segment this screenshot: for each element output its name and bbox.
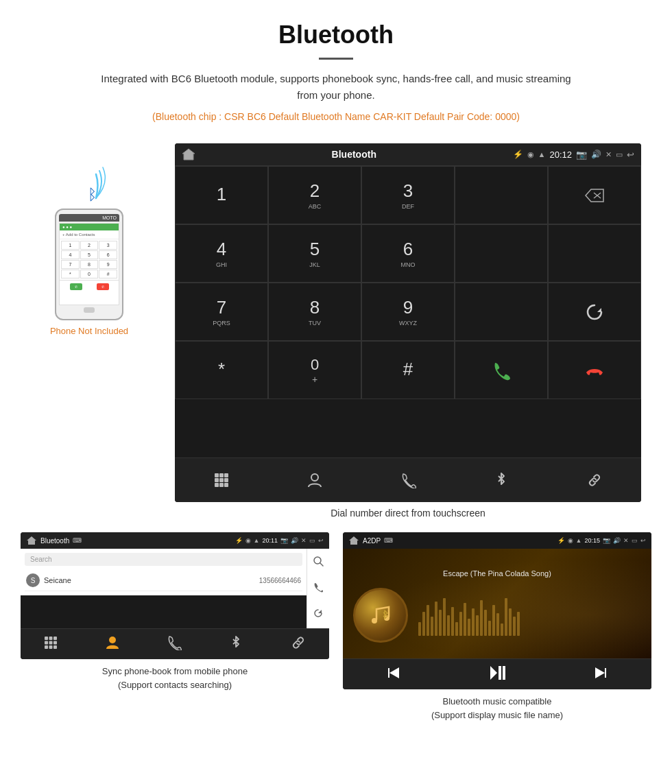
svg-marker-32 — [388, 668, 389, 678]
svg-rect-21 — [53, 637, 57, 640]
nav-link-icon[interactable] — [586, 472, 603, 488]
pb-nav-phone[interactable] — [167, 635, 182, 653]
pb-refresh-icon[interactable] — [313, 608, 324, 621]
dial-key-9[interactable]: 9 WXYZ — [361, 283, 455, 341]
song-title: Escape (The Pina Colada Song) — [443, 569, 551, 578]
time-display: 20:12 — [549, 150, 572, 160]
svg-rect-11 — [215, 483, 219, 487]
nav-phone-icon[interactable] — [400, 472, 416, 488]
pb-nav-contacts[interactable] — [105, 635, 120, 653]
header-description: Integrated with BC6 Bluetooth module, su… — [96, 71, 576, 104]
contact-name: Seicane — [44, 576, 259, 584]
dial-key-hash[interactable]: # — [361, 341, 455, 399]
svg-point-28 — [109, 637, 116, 643]
bt-icon: ⚡ — [513, 150, 523, 159]
music-bt-icon: ⚡ — [557, 537, 565, 544]
music-status-bar: A2DP ⌨ ⚡ ◉ ▲ 20:15 📷 🔊 ✕ ▭ ↩ — [343, 532, 651, 549]
phonebook-item: Bluetooth ⌨ ⚡ ◉ ▲ 20:11 📷 🔊 ✕ ▭ ↩ — [21, 532, 329, 722]
svg-rect-25 — [45, 645, 48, 649]
dial-key-1[interactable]: 1 — [175, 166, 268, 224]
dialpad-screen: Bluetooth ⚡ ◉ ▲ 20:12 📷 🔊 ✕ ▭ ↩ — [175, 143, 641, 502]
empty-cell-5 — [548, 224, 641, 283]
svg-rect-13 — [224, 483, 228, 487]
middle-section: ᛒ MOTO ● ● ● + Add to Contacts 1 2 3 4 5… — [0, 136, 672, 525]
pb-nav-link[interactable] — [291, 635, 306, 653]
bottom-nav — [175, 458, 641, 502]
svg-marker-29 — [349, 536, 359, 545]
svg-marker-38 — [595, 667, 605, 678]
backspace-button[interactable] — [548, 166, 641, 224]
dial-key-4[interactable]: 4 GHI — [175, 224, 268, 283]
search-bar[interactable]: Search — [25, 553, 302, 566]
minimize-icon: ▭ — [616, 150, 623, 159]
svg-rect-7 — [224, 473, 228, 477]
phone-not-included-label: Phone Not Included — [50, 326, 128, 336]
header-orange-info: (Bluetooth chip : CSR BC6 Default Blueto… — [96, 109, 576, 124]
call-green-button[interactable] — [455, 341, 548, 399]
svg-marker-37 — [605, 668, 606, 678]
svg-line-17 — [320, 563, 323, 566]
page-header: Bluetooth Integrated with BC6 Bluetooth … — [0, 0, 672, 136]
svg-rect-22 — [45, 641, 48, 645]
contact-row: S Seicane 13566664466 — [25, 570, 302, 591]
svg-rect-36 — [503, 666, 505, 680]
dial-key-star[interactable]: * — [175, 341, 268, 399]
nav-contacts-icon[interactable] — [307, 472, 323, 488]
svg-marker-33 — [389, 667, 399, 678]
phone-call-green: ✆ — [70, 283, 82, 290]
pb-nav-bt[interactable] — [228, 635, 243, 653]
music-home-icon — [348, 535, 359, 546]
dial-key-6[interactable]: 6 MNO — [361, 224, 455, 283]
pb-search-icon[interactable] — [313, 556, 324, 569]
bt-signal-svg: ᛒ — [62, 164, 117, 205]
next-button[interactable] — [592, 665, 609, 685]
dialpad-grid: 1 2 ABC 3 DEF 4 G — [175, 165, 641, 458]
svg-rect-27 — [53, 645, 57, 649]
phonebook-bottom-nav — [21, 628, 329, 659]
eq-visualization — [418, 595, 641, 636]
svg-marker-34 — [490, 666, 497, 680]
contact-number: 13566664466 — [259, 577, 301, 584]
svg-marker-4 — [597, 308, 601, 312]
music-content: Escape (The Pina Colada Song) — [343, 549, 651, 658]
phone-screen: ● ● ● + Add to Contacts 1 2 3 4 5 6 7 8 … — [59, 223, 119, 305]
prev-button[interactable] — [385, 665, 402, 685]
volume-icon: 🔊 — [591, 150, 601, 159]
music-item: A2DP ⌨ ⚡ ◉ ▲ 20:15 📷 🔊 ✕ ▭ ↩ — [343, 532, 651, 722]
gps-icon: ◉ — [527, 150, 534, 159]
svg-rect-26 — [49, 645, 53, 649]
screen-title: Bluetooth — [332, 149, 376, 160]
header-divider — [319, 58, 353, 60]
pb-nav-dialpad[interactable] — [44, 636, 58, 652]
dial-key-3[interactable]: 3 DEF — [361, 166, 455, 224]
phonebook-caption: Sync phone-book from mobile phone (Suppo… — [102, 665, 248, 691]
svg-rect-10 — [224, 478, 228, 482]
album-art — [353, 588, 408, 643]
call-red-button[interactable] — [548, 341, 641, 399]
svg-marker-1 — [182, 149, 195, 160]
svg-text:ᛒ: ᛒ — [88, 186, 97, 203]
svg-rect-24 — [53, 641, 57, 645]
redial-button[interactable] — [548, 283, 641, 341]
dial-key-8[interactable]: 8 TUV — [268, 283, 361, 341]
nav-dialpad-icon[interactable] — [213, 472, 230, 488]
svg-rect-6 — [219, 473, 224, 477]
dial-key-5[interactable]: 5 JKL — [268, 224, 361, 283]
dial-key-2[interactable]: 2 ABC — [268, 166, 361, 224]
phonebook-wrapper: Search S Seicane 13566664466 — [21, 549, 329, 628]
svg-rect-19 — [45, 637, 48, 640]
nav-bluetooth-icon[interactable] — [493, 472, 509, 488]
music-bottom-nav — [343, 658, 651, 689]
svg-rect-8 — [215, 478, 219, 482]
play-pause-button[interactable] — [488, 663, 507, 686]
display-area — [455, 166, 548, 224]
dial-key-7[interactable]: 7 PQRS — [175, 283, 268, 341]
camera-icon: 📷 — [576, 150, 587, 160]
dial-key-0[interactable]: 0+ — [268, 341, 361, 399]
pb-call-icon[interactable] — [313, 582, 324, 595]
svg-rect-9 — [219, 478, 224, 482]
svg-rect-35 — [499, 666, 501, 680]
home-icon — [182, 147, 195, 161]
wifi-icon: ▲ — [538, 150, 546, 158]
contact-initial: S — [26, 573, 40, 587]
